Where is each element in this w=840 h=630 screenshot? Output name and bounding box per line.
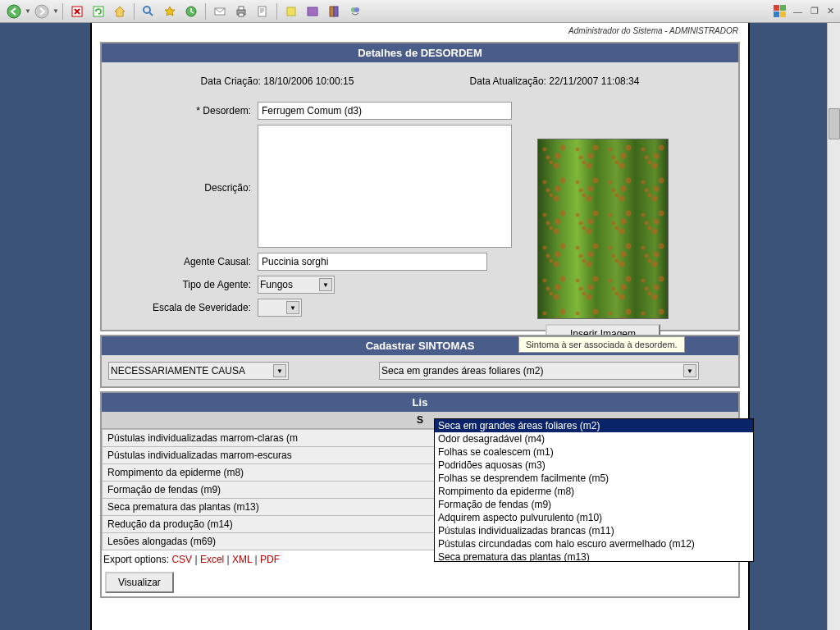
updated-date: Data Atualização: 22/11/2007 11:08:34: [470, 75, 640, 87]
export-xml[interactable]: XML: [232, 554, 252, 565]
agente-input[interactable]: [258, 253, 487, 271]
vertical-scrollbar[interactable]: [827, 23, 840, 630]
svg-point-1: [35, 5, 48, 18]
dropdown-option[interactable]: Folhas se coalescem (m1): [435, 445, 753, 459]
symptom-tooltip: Sintoma à ser associada à desordem.: [518, 336, 685, 353]
disorder-image: [537, 139, 669, 319]
desordem-input[interactable]: [258, 102, 512, 120]
scrollbar-thumb[interactable]: [829, 108, 840, 139]
agente-label: Agente Causal:: [110, 253, 258, 267]
svg-rect-10: [258, 7, 266, 16]
close-button[interactable]: ✕: [827, 6, 834, 16]
escala-select[interactable]: ▼: [258, 299, 302, 317]
dropdown-option[interactable]: Seca em grandes áreas foliares (m2): [435, 419, 753, 432]
dropdown-option[interactable]: Adquirem aspecto pulvurulento (m10): [435, 511, 753, 524]
tipo-select[interactable]: Fungos▼: [258, 276, 335, 294]
onenote-button[interactable]: [304, 2, 322, 21]
visualize-button[interactable]: Visualizar: [105, 572, 174, 593]
created-date: Data Criação: 18/10/2006 10:00:15: [201, 75, 354, 87]
notes-button[interactable]: [282, 2, 300, 21]
windows-logo-icon: [773, 4, 788, 19]
descricao-textarea[interactable]: [258, 125, 512, 248]
home-button[interactable]: [111, 2, 129, 21]
refresh-button[interactable]: [89, 2, 107, 21]
svg-rect-3: [94, 7, 103, 16]
details-panel-header: Detalhes de DESORDEM: [102, 43, 738, 62]
descricao-label: Descrição:: [110, 125, 258, 194]
relation-select[interactable]: NECESSARIAMENTE CAUSA▼: [108, 362, 289, 380]
symptom-dropdown-list[interactable]: Seca em grandes áreas foliares (m2)Odor …: [434, 418, 754, 562]
dropdown-option[interactable]: Pústulas individualizadas brancas (m11): [435, 524, 753, 537]
svg-rect-19: [774, 11, 779, 17]
dropdown-option[interactable]: Formação de fendas (m9): [435, 498, 753, 511]
dropdown-option[interactable]: Folhas se desprendem facilmente (m5): [435, 472, 753, 485]
svg-rect-9: [239, 13, 244, 16]
forward-button[interactable]: [33, 2, 51, 21]
favorites-button[interactable]: [161, 2, 179, 21]
svg-rect-13: [330, 7, 334, 16]
export-csv[interactable]: CSV: [171, 554, 192, 565]
symptoms-panel-header: Cadastrar SINTOMAS Sintoma à ser associa…: [102, 336, 738, 355]
history-button[interactable]: [182, 2, 200, 21]
dropdown-option[interactable]: Pústulas circundadas com halo escuro ave…: [435, 537, 753, 550]
svg-point-0: [7, 5, 21, 18]
admin-user-line: Administrador do Sistema - ADMINISTRADOR: [92, 23, 748, 39]
escala-label: Escala de Severidade:: [110, 299, 258, 313]
desordem-label: * Desordem:: [110, 102, 258, 116]
svg-rect-18: [780, 5, 786, 11]
dropdown-option[interactable]: Podridões aquosas (m3): [435, 459, 753, 472]
svg-rect-17: [774, 5, 779, 11]
messenger-button[interactable]: [346, 2, 364, 21]
svg-point-16: [354, 7, 359, 12]
symptom-select[interactable]: Seca em grandes áreas foliares (m2)▼: [379, 362, 699, 380]
export-pdf[interactable]: PDF: [260, 554, 280, 565]
browser-toolbar: ▼ ▼ — ❐ ✕: [0, 0, 840, 23]
back-button[interactable]: [5, 2, 23, 21]
restore-button[interactable]: ❐: [810, 6, 819, 16]
dropdown-option[interactable]: Rompimento da epiderme (m8): [435, 485, 753, 498]
mail-button[interactable]: [211, 2, 229, 21]
tipo-label: Tipo de Agente:: [110, 276, 258, 290]
list-panel-header: Lis: [102, 393, 738, 412]
svg-rect-14: [334, 7, 338, 16]
minimize-button[interactable]: —: [793, 7, 802, 16]
svg-rect-8: [239, 7, 244, 10]
search-button[interactable]: [139, 2, 158, 21]
export-excel[interactable]: Excel: [200, 554, 224, 565]
print-button[interactable]: [232, 2, 250, 21]
dropdown-option[interactable]: Seca prematura das plantas (m13): [435, 550, 753, 562]
research-button[interactable]: [325, 2, 343, 21]
dropdown-option[interactable]: Odor desagradável (m4): [435, 432, 753, 445]
stop-button[interactable]: [68, 2, 86, 21]
svg-point-4: [144, 7, 150, 13]
svg-rect-11: [287, 7, 295, 16]
svg-rect-12: [308, 7, 317, 16]
edit-button[interactable]: [253, 2, 272, 21]
svg-rect-20: [780, 11, 786, 17]
